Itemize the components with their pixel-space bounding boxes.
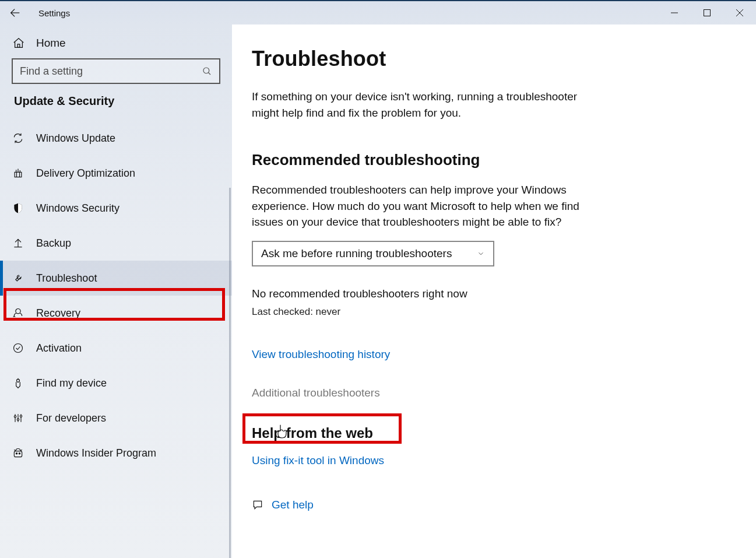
chevron-down-icon [477,250,485,258]
developer-icon [12,412,24,424]
sidebar-item-for-developers[interactable]: For developers [0,401,232,436]
recovery-icon [12,307,24,320]
recommended-description: Recommended troubleshooters can help imp… [252,182,584,230]
svg-point-14 [14,344,23,353]
shield-icon [12,202,24,215]
minimize-button[interactable] [658,1,691,24]
sidebar-item-label: Windows Insider Program [36,447,156,459]
backup-icon [12,237,24,250]
optimization-icon [12,167,24,180]
search-input[interactable] [13,65,219,78]
svg-point-18 [14,416,16,417]
sidebar-item-windows-insider-program[interactable]: Windows Insider Program [0,436,232,471]
svg-point-25 [19,453,20,454]
titlebar: Settings [0,1,756,24]
main-content: Troubleshoot If something on your device… [232,24,756,558]
recommended-select[interactable]: Ask me before running troubleshooters [252,241,494,266]
sidebar-item-windows-security[interactable]: Windows Security [0,191,232,226]
insider-icon [12,447,24,459]
chat-icon [252,499,263,511]
sidebar-section-title: Update & Security [0,94,232,121]
sidebar-home[interactable]: Home [0,30,232,58]
sidebar-scrollbar[interactable] [229,188,231,558]
sidebar-item-activation[interactable]: Activation [0,331,232,366]
sidebar-item-label: Activation [36,342,82,355]
window-title: Settings [38,8,70,18]
svg-point-15 [17,379,20,382]
page-title: Troubleshoot [252,47,736,71]
sync-icon [12,132,24,145]
get-help-label: Get help [272,499,314,511]
get-help-link[interactable]: Get help [252,499,736,511]
sidebar-item-delivery-optimization[interactable]: Delivery Optimization [0,156,232,191]
svg-rect-8 [15,172,22,177]
additional-troubleshooters-link[interactable]: Additional troubleshooters [252,387,380,399]
sidebar-nav: Windows UpdateDelivery OptimizationWindo… [0,121,232,471]
location-icon [12,377,24,389]
sidebar-home-label: Home [36,37,66,50]
recommended-select-value: Ask me before running troubleshooters [261,247,452,260]
svg-point-24 [16,453,17,454]
search-icon [202,66,212,76]
recommended-status: No recommended troubleshooters right now [252,287,736,300]
page-lead: If something on your device isn't workin… [252,89,584,121]
svg-rect-5 [17,44,20,48]
sidebar-item-label: Windows Update [36,132,115,145]
back-button[interactable] [8,6,22,20]
sidebar-item-windows-update[interactable]: Windows Update [0,121,232,156]
sidebar-item-label: Troubleshoot [36,272,97,285]
home-icon [12,36,26,50]
maximize-button[interactable] [691,1,723,24]
sidebar-item-label: Delivery Optimization [36,167,135,180]
sidebar-item-label: For developers [36,412,106,424]
sidebar-item-label: Backup [36,237,71,250]
sidebar-item-label: Find my device [36,377,107,389]
help-link[interactable]: Using fix-it tool in Windows [252,454,384,467]
svg-point-20 [17,419,19,420]
search-box[interactable] [12,58,220,84]
wrench-icon [12,272,24,285]
close-button[interactable] [723,1,756,24]
sidebar-item-label: Recovery [36,307,80,320]
sidebar-item-find-my-device[interactable]: Find my device [0,366,232,401]
recommended-last-checked: Last checked: never [252,306,736,318]
sidebar: Home Update & Security Windows UpdateDel… [0,24,232,558]
svg-rect-2 [704,10,711,16]
history-link[interactable]: View troubleshooting history [252,348,390,361]
sidebar-item-recovery[interactable]: Recovery [0,296,232,331]
svg-line-7 [208,72,210,75]
svg-rect-23 [14,451,22,457]
svg-point-22 [20,415,22,417]
sidebar-item-troubleshoot[interactable]: Troubleshoot [0,261,232,296]
help-heading: Help from the web [252,425,736,441]
sidebar-item-label: Windows Security [36,202,119,215]
sidebar-item-backup[interactable]: Backup [0,226,232,261]
activation-icon [12,342,24,355]
recommended-heading: Recommended troubleshooting [252,151,736,169]
